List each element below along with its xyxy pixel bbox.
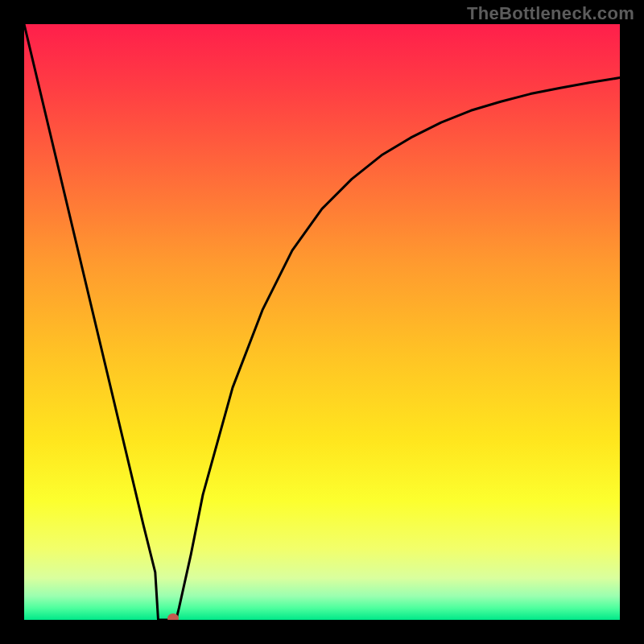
optimum-marker <box>167 613 179 620</box>
plot-area <box>24 24 620 620</box>
attribution-label: TheBottleneck.com <box>467 3 634 24</box>
bottleneck-curve <box>24 24 620 620</box>
chart-frame: TheBottleneck.com <box>0 0 644 644</box>
